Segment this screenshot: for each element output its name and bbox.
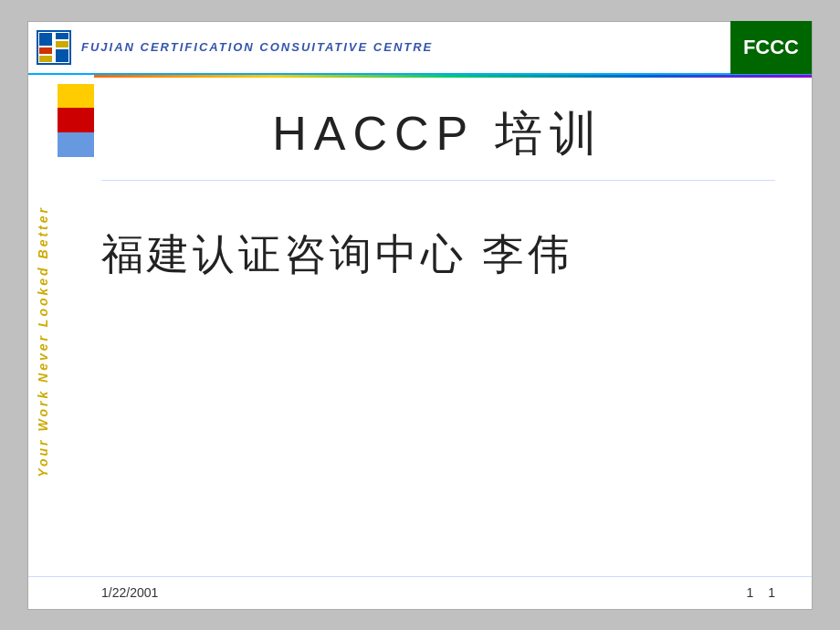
main-title: HACCP 培训	[101, 102, 775, 166]
footer-date: 1/22/2001	[101, 585, 746, 600]
svg-rect-6	[56, 49, 68, 62]
footer: 1/22/2001 1 1	[28, 576, 812, 609]
footer-page-total: 1	[768, 585, 775, 600]
footer-page-current: 1	[746, 585, 753, 600]
fccc-badge: FCCC	[730, 21, 812, 74]
company-logo	[36, 29, 72, 66]
subtitle-text: 福建认证咨询中心 李伟	[101, 226, 775, 283]
svg-rect-4	[39, 47, 52, 54]
company-title: FUJIAN CERTIFICATION CONSUITATIVE CENTRE	[72, 40, 730, 54]
svg-rect-1	[39, 33, 52, 46]
svg-rect-3	[56, 41, 68, 47]
title-section: HACCP 培训	[101, 75, 775, 181]
svg-rect-5	[39, 56, 52, 62]
header: FUJIAN CERTIFICATION CONSUITATIVE CENTRE…	[28, 22, 812, 75]
slide: FUJIAN CERTIFICATION CONSUITATIVE CENTRE…	[27, 21, 813, 610]
svg-rect-2	[56, 33, 68, 39]
subtitle-section: 福建认证咨询中心 李伟	[101, 181, 775, 576]
main-content: HACCP 培训 福建认证咨询中心 李伟	[28, 75, 812, 576]
footer-page: 1 1	[746, 585, 775, 600]
